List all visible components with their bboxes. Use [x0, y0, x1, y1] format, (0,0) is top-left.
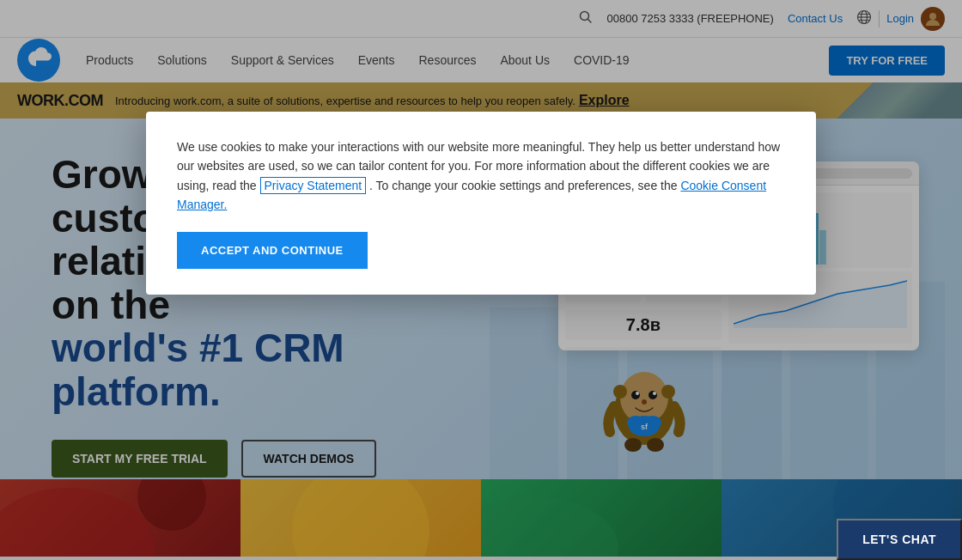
cookie-text-mid: . To change your cookie settings and pre… [369, 179, 678, 192]
cookie-modal-overlay: We use cookies to make your interactions… [0, 0, 962, 560]
cookie-text: We use cookies to make your interactions… [177, 137, 785, 215]
cookie-modal: We use cookies to make your interactions… [146, 112, 816, 295]
accept-cookies-button[interactable]: ACCEPT AND CONTINUE [177, 232, 368, 269]
lets-chat-button[interactable]: LET'S CHAT [837, 519, 962, 560]
privacy-statement-link[interactable]: Privacy Statement [260, 177, 367, 194]
